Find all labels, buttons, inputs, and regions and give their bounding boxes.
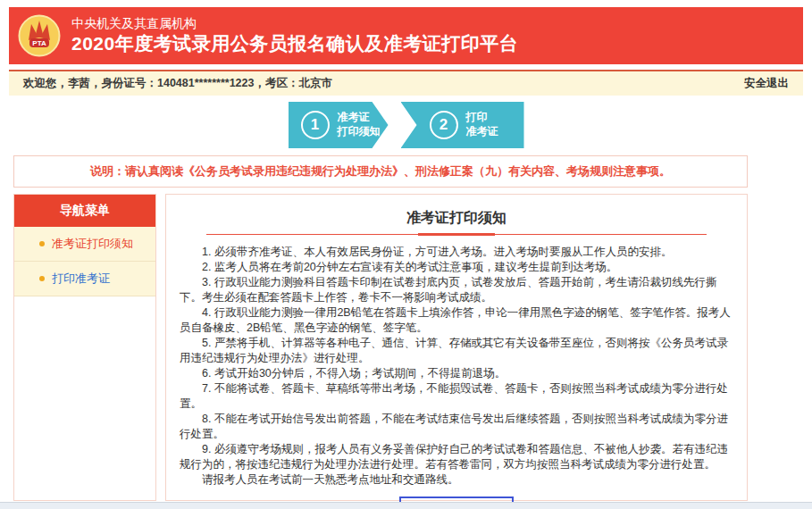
bullet-icon xyxy=(39,276,45,281)
sidebar-title: 导航菜单 xyxy=(14,195,155,227)
rule-paragraph: 6. 考试开始30分钟后，不得入场；考试期间，不得提前退场。 xyxy=(180,366,733,381)
footer-strip xyxy=(0,502,812,509)
step-2-print-ticket: 2 打印准考证 xyxy=(401,102,524,148)
rule-paragraph: 1. 必须带齐准考证、本人有效居民身份证，方可进入考场。进入考场时要服从工作人员… xyxy=(180,245,733,260)
title-underline xyxy=(206,233,707,236)
content-title: 准考证打印须知 xyxy=(180,209,733,228)
logout-link[interactable]: 安全退出 xyxy=(744,76,789,91)
sidebar-item-print-notice[interactable]: 准考证打印须知 xyxy=(14,227,155,262)
step-indicator: 1 准考证打印须知 2 打印准考证 xyxy=(9,102,803,148)
logo-text: PTA xyxy=(32,39,46,47)
rule-paragraph: 4. 行政职业能力测验一律用2B铅笔在答题卡上填涂作答，申论一律用黑色字迹的钢笔… xyxy=(180,305,733,336)
step-2-label: 打印准考证 xyxy=(466,111,498,138)
nav-sidebar: 导航菜单 准考证打印须知 打印准考证 xyxy=(13,194,156,501)
main-content: 准考证打印须知 1. 必须带齐准考证、本人有效居民身份证，方可进入考场。进入考场… xyxy=(165,194,748,501)
welcome-text: 欢迎您，李茜，身份证号：140481********1223，考区：北京市 xyxy=(23,76,332,91)
header-banner: PTA 中央机关及其直属机构 2020年度考试录用公务员报名确认及准考证打印平台 xyxy=(9,7,803,64)
exam-rules-text: 1. 必须带齐准考证、本人有效居民身份证，方可进入考场。进入考场时要服从工作人员… xyxy=(180,245,733,488)
org-name: 中央机关及其直属机构 xyxy=(71,16,518,32)
instruction-notice: 说明：请认真阅读《公务员考试录用违纪违规行为处理办法》、刑法修正案（九）有关内容… xyxy=(13,155,748,188)
rule-paragraph: 9. 必须遵守考场规则，报考人员有义务妥善保护好自己的考试试卷和答题信息、不被他… xyxy=(180,442,733,472)
rule-paragraph: 7. 不能将试卷、答题卡、草稿纸等带出考场，不能损毁试卷、答题卡，否则按照当科考… xyxy=(180,381,733,412)
step-1-label: 准考证打印须知 xyxy=(338,111,381,138)
step-1-print-notice: 1 准考证打印须知 xyxy=(289,102,389,148)
rule-paragraph: 2. 监考人员将在考前20分钟左右宣读有关的考试注意事项，建议考生提前到达考场。 xyxy=(180,260,733,275)
sidebar-item-label: 准考证打印须知 xyxy=(52,236,133,252)
page: PTA 中央机关及其直属机构 2020年度考试录用公务员报名确认及准考证打印平台… xyxy=(0,0,812,509)
page-title: 2020年度考试录用公务员报名确认及准考证打印平台 xyxy=(71,32,518,55)
step-2-number: 2 xyxy=(430,111,458,139)
sidebar-item-print-ticket[interactable]: 打印准考证 xyxy=(14,262,155,296)
rule-paragraph: 请报考人员在考试前一天熟悉考点地址和交通路线。 xyxy=(180,472,733,488)
sidebar-item-label: 打印准考证 xyxy=(52,271,110,287)
rule-paragraph: 3. 行政职业能力测验科目答题卡印制在试卷封底内页，试卷发放后、答题开始前，考生… xyxy=(180,275,733,305)
pta-logo-icon: PTA xyxy=(18,14,61,57)
bullet-icon xyxy=(39,241,45,246)
step-1-number: 1 xyxy=(301,111,330,139)
user-info-bar: 欢迎您，李茜，身份证号：140481********1223，考区：北京市 安全… xyxy=(9,70,803,96)
rule-paragraph: 5. 严禁将手机、计算器等各种电子、通信、计算、存储或其它有关设备带至座位，否则… xyxy=(180,336,733,366)
rule-paragraph: 8. 不能在考试开始信号发出前答题，不能在考试结束信号发出后继续答题，否则按照当… xyxy=(180,412,733,442)
